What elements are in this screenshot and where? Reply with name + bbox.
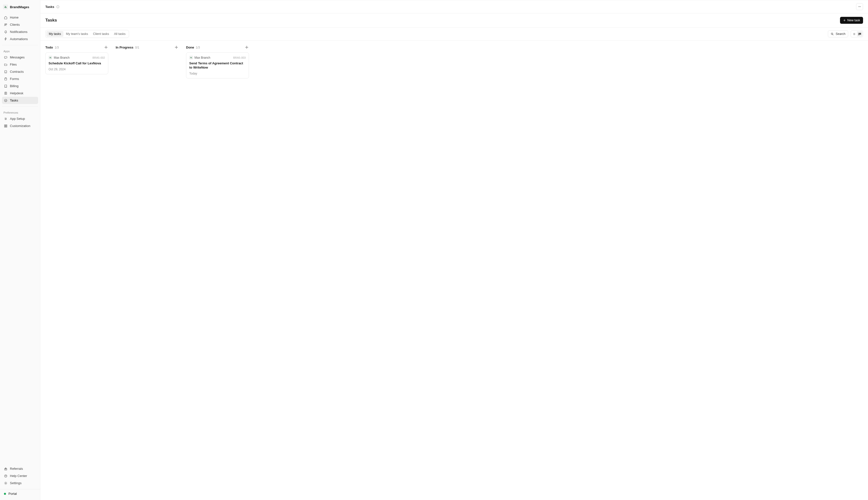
sidebar-item-label: Help Center	[10, 474, 27, 478]
card-assignee: -b. Max Branch	[189, 56, 210, 59]
column-in-progress: In Progress 0/1	[116, 45, 179, 78]
sidebar-item-automations[interactable]: Automations	[2, 35, 38, 43]
sidebar-item-files[interactable]: Files	[2, 61, 38, 68]
search-label: Search	[836, 32, 845, 36]
search-icon	[831, 32, 834, 36]
assignee-name: Max Branch	[194, 56, 210, 59]
sidebar-item-app-setup[interactable]: App Setup	[2, 115, 38, 122]
sidebar-item-label: Messages	[10, 55, 24, 59]
filter-row: My tasksMy team's tasksClient tasksAll t…	[41, 27, 868, 41]
column-done: Done 1/3 -b. Max Branch BRA5-003 Send Te…	[186, 45, 249, 78]
card-assignee: -b. Max Branch	[48, 56, 70, 59]
more-button[interactable]	[856, 3, 863, 10]
view-toggle	[851, 31, 863, 37]
status-dot-icon	[4, 493, 6, 495]
column-header: In Progress 0/1	[116, 45, 179, 49]
sidebar-item-messages[interactable]: Messages	[2, 54, 38, 61]
sidebar-item-label: Contracts	[10, 70, 24, 73]
card-title: Send Terms of Agreement Contract to Writ…	[189, 61, 246, 70]
info-icon[interactable]	[56, 5, 59, 9]
sidebar-item-help-center[interactable]: Help Center	[2, 472, 38, 479]
sidebar-item-contracts[interactable]: Contracts	[2, 68, 38, 75]
column-todo: Todo 1/3 -b. Max Branch BRA5-002 Schedul…	[45, 45, 108, 78]
section-label-prefs: Preferences	[2, 109, 38, 115]
card-meta: -b. Max Branch BRA5-003	[189, 56, 246, 59]
help-icon	[4, 474, 8, 478]
gear-icon	[4, 481, 8, 485]
list-view-button[interactable]	[852, 31, 857, 37]
file-sig-icon	[4, 70, 8, 73]
divider	[2, 45, 38, 45]
sidebar-item-settings[interactable]: Settings	[2, 479, 38, 487]
sidebar-item-tasks[interactable]: Tasks	[2, 97, 38, 104]
book-icon	[4, 92, 8, 95]
sidebar-item-label: App Setup	[10, 117, 25, 121]
sidebar-item-label: Billing	[10, 84, 19, 88]
sidebar-item-label: Home	[10, 15, 19, 19]
sidebar-item-label: Automations	[10, 37, 28, 41]
new-task-button[interactable]: New task	[840, 17, 863, 24]
sidebar-item-label: Clients	[10, 23, 20, 26]
board-icon	[858, 32, 861, 36]
gift-icon	[4, 467, 8, 470]
sidebar-item-label: Helpdesk	[10, 91, 23, 95]
main: Tasks Tasks New task My tasksMy team's t…	[41, 0, 868, 500]
assignee-name: Max Branch	[54, 56, 70, 59]
sidebar-item-helpdesk[interactable]: Helpdesk	[2, 90, 38, 97]
add-card-button[interactable]	[245, 45, 249, 49]
add-card-button[interactable]	[174, 45, 179, 49]
task-card[interactable]: -b. Max Branch BRA5-003 Send Terms of Ag…	[186, 53, 249, 78]
breadcrumb-title: Tasks	[45, 5, 54, 9]
avatar: -b.	[48, 56, 52, 59]
sidebar-item-referrals[interactable]: Referrals	[2, 465, 38, 472]
card-id: BRA5-003	[233, 56, 246, 59]
card-date: Oct 29, 2024	[48, 68, 105, 71]
brand-name: BrandMages	[10, 5, 29, 9]
tab-my-tasks[interactable]: My tasks	[46, 31, 64, 37]
tab-client-tasks[interactable]: Client tasks	[91, 31, 112, 37]
sidebar-item-label: Notifications	[10, 30, 27, 34]
avatar: -b.	[189, 56, 193, 59]
plus-icon	[843, 19, 846, 22]
sidebar-item-notifications[interactable]: Notifications	[2, 28, 38, 35]
sidebar-item-label: Files	[10, 62, 16, 66]
bell-icon	[4, 30, 8, 34]
new-task-label: New task	[847, 19, 860, 22]
portal-link[interactable]: Portal	[0, 489, 40, 498]
board-view-button[interactable]	[857, 31, 862, 37]
column-header: Todo 1/3	[45, 45, 108, 49]
page-title: Tasks	[45, 18, 57, 23]
brand[interactable]: -b. BrandMages	[0, 2, 40, 13]
badge-icon	[4, 99, 8, 102]
board: Todo 1/3 -b. Max Branch BRA5-002 Schedul…	[41, 41, 868, 83]
sliders-icon	[4, 117, 8, 121]
sidebar-item-label: Tasks	[10, 99, 18, 102]
receipt-icon	[4, 84, 8, 88]
divider	[2, 106, 38, 107]
column-header: Done 1/3	[186, 45, 249, 49]
more-icon	[858, 5, 861, 9]
tab-all-tasks[interactable]: All tasks	[111, 31, 128, 37]
sidebar-item-customization[interactable]: Customization	[2, 122, 38, 129]
sidebar-item-label: Referrals	[10, 467, 23, 470]
message-icon	[4, 56, 8, 59]
tab-my-team-s-tasks[interactable]: My team's tasks	[64, 31, 90, 37]
search-button[interactable]: Search	[828, 31, 848, 37]
sidebar-item-forms[interactable]: Forms	[2, 75, 38, 82]
sidebar-item-label: Settings	[10, 481, 22, 485]
topbar: Tasks	[41, 0, 868, 13]
sidebar-item-clients[interactable]: Clients	[2, 21, 38, 28]
add-card-button[interactable]	[104, 45, 108, 49]
sidebar-item-home[interactable]: Home	[2, 14, 38, 21]
list-icon	[853, 32, 856, 36]
zap-icon	[4, 37, 8, 41]
task-card[interactable]: -b. Max Branch BRA5-002 Schedule Kickoff…	[45, 53, 108, 74]
column-count: 0/1	[135, 46, 140, 49]
clipboard-icon	[4, 77, 8, 81]
section-label-apps: Apps	[2, 48, 38, 54]
task-tabs: My tasksMy team's tasksClient tasksAll t…	[45, 30, 129, 38]
brand-logo: -b.	[3, 4, 8, 9]
sidebar-item-billing[interactable]: Billing	[2, 82, 38, 90]
portal-label: Portal	[9, 492, 17, 496]
home-icon	[4, 16, 8, 19]
